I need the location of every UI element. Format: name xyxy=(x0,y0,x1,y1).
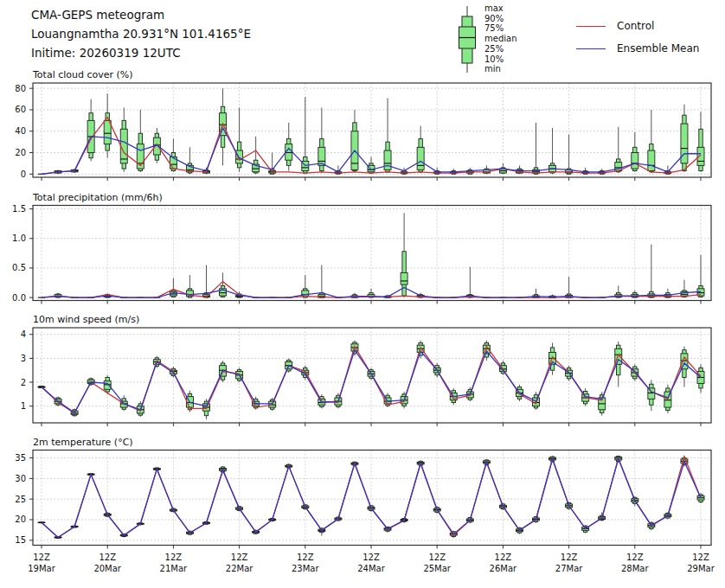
meteogram-chart: 020406080Total cloud cover (%)0.00.51.01… xyxy=(0,0,725,588)
control-line-swatch xyxy=(576,26,606,27)
chart-location: Louangnamtha 20.931°N 101.4165°E xyxy=(31,24,251,43)
box-25-75 xyxy=(632,153,638,169)
x-tick-label-day: 23Mar xyxy=(292,564,319,573)
boxplot-legend-glyph xyxy=(456,3,478,74)
x-tick-label-day: 26Mar xyxy=(490,564,517,573)
control-legend-label: Control xyxy=(617,20,654,32)
legend-label-25: 25% xyxy=(484,44,517,54)
x-tick-label-hour: 12Z xyxy=(362,553,380,562)
boxplot-legend-labels: max 90% 75% median 25% 10% min xyxy=(484,3,517,74)
panel-border xyxy=(33,451,711,546)
x-tick-label-hour: 12Z xyxy=(428,553,446,562)
y-tick-label: 1.0 xyxy=(12,233,26,243)
y-tick-label: 60 xyxy=(15,105,26,114)
legend-label-90: 90% xyxy=(484,14,517,24)
x-tick-label-day: 19Mar xyxy=(28,564,55,573)
panel-title: Total cloud cover (%) xyxy=(32,69,133,80)
panel-title: 10m wind speed (m/s) xyxy=(33,314,139,325)
panel-wind: 123410m wind speed (m/s) xyxy=(21,314,711,426)
panel-temp: 15202530352m temperature (°C)12Z19Mar12Z… xyxy=(15,437,715,573)
y-tick-label: 0 xyxy=(21,169,26,179)
y-tick-label: 20 xyxy=(15,148,26,157)
y-tick-label: 4 xyxy=(21,329,26,339)
y-tick-label: 0.0 xyxy=(12,293,26,303)
box-25-75 xyxy=(384,150,391,169)
box-25-75 xyxy=(417,147,424,169)
box-25-75 xyxy=(318,147,325,165)
x-tick-label-hour: 12Z xyxy=(692,553,709,562)
ensemble-mean-legend-label: Ensemble Mean xyxy=(617,42,699,54)
box-25-75 xyxy=(681,124,688,163)
line-legend: Control Ensemble Mean xyxy=(576,19,699,64)
box-25-75 xyxy=(104,120,111,144)
chart-title: CMA-GEPS meteogram xyxy=(31,5,251,24)
y-tick-label: 3 xyxy=(21,354,26,363)
y-tick-label: 20 xyxy=(15,514,26,524)
chart-init-time: Initime: 20260319 12UTC xyxy=(31,43,251,62)
x-tick-label-hour: 12Z xyxy=(99,553,116,562)
x-tick-label-day: 21Mar xyxy=(160,564,188,573)
y-tick-label: 0.5 xyxy=(12,263,26,272)
panel-title: Total precipitation (mm/6h) xyxy=(32,192,163,203)
y-tick-label: 15 xyxy=(15,535,26,545)
x-tick-label-hour: 12Z xyxy=(626,553,644,562)
x-tick-label-day: 27Mar xyxy=(555,564,583,573)
x-tick-label-day: 22Mar xyxy=(226,564,253,573)
y-tick-label: 35 xyxy=(15,453,26,463)
x-tick-label-hour: 12Z xyxy=(33,553,50,562)
legend-row-ensemble-mean: Ensemble Mean xyxy=(576,42,699,55)
panel-border xyxy=(33,206,711,301)
x-tick-label-day: 25Mar xyxy=(423,564,451,573)
y-tick-label: 25 xyxy=(15,495,26,504)
legend-label-median: median xyxy=(484,34,517,44)
y-tick-label: 80 xyxy=(15,84,26,93)
x-tick-label-day: 20Mar xyxy=(93,564,121,573)
box-25-75 xyxy=(681,354,688,369)
y-tick-label: 40 xyxy=(15,126,26,136)
y-tick-label: 1.5 xyxy=(12,204,26,214)
x-tick-label-day: 28Mar xyxy=(621,564,649,573)
box-25-75 xyxy=(104,381,111,390)
ensemble-mean-line xyxy=(42,459,701,538)
panel-title: 2m temperature (°C) xyxy=(33,437,133,448)
x-tick-label-hour: 12Z xyxy=(165,553,183,562)
x-tick-label-hour: 12Z xyxy=(297,553,314,562)
y-tick-label: 1 xyxy=(21,401,26,411)
y-tick-label: 2 xyxy=(21,378,26,387)
x-tick-label-hour: 12Z xyxy=(231,553,248,562)
chart-header: CMA-GEPS meteogram Louangnamtha 20.931°N… xyxy=(31,5,251,62)
boxplot-legend: max 90% 75% median 25% 10% min xyxy=(456,3,517,74)
panel-cloud: 020406080Total cloud cover (%) xyxy=(15,69,711,181)
legend-label-min: min xyxy=(484,64,517,74)
box-25-75 xyxy=(648,150,655,171)
panel-precip: 0.00.51.01.5Total precipitation (mm/6h) xyxy=(12,192,711,304)
x-tick-label-hour: 12Z xyxy=(561,553,578,562)
x-tick-label-hour: 12Z xyxy=(495,553,512,562)
legend-label-max: max xyxy=(484,3,517,14)
ensemble-mean-line-swatch xyxy=(576,48,606,49)
x-tick-label-day: 24Mar xyxy=(357,564,385,573)
legend-label-75: 75% xyxy=(484,23,517,34)
meteogram-page: 020406080Total cloud cover (%)0.00.51.01… xyxy=(0,0,725,588)
legend-label-10: 10% xyxy=(484,54,517,65)
x-tick-label-day: 29Mar xyxy=(687,564,715,573)
box-25-75 xyxy=(401,272,407,284)
y-tick-label: 30 xyxy=(15,474,26,483)
legend-row-control: Control xyxy=(576,19,699,33)
